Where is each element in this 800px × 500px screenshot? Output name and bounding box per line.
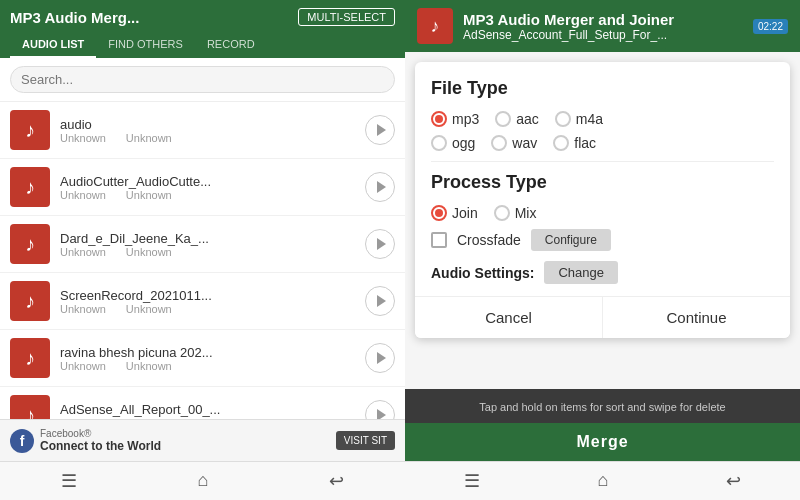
- process-type-options: Join Mix: [431, 205, 774, 221]
- audio-name: ravina bhesh picuna 202...: [60, 345, 280, 360]
- file-type-options: mp3 aac m4a: [431, 111, 774, 127]
- audio-icon: ♪: [10, 110, 50, 150]
- ad-info: Facebook® Connect to the World: [40, 428, 161, 453]
- radio-m4a[interactable]: m4a: [555, 111, 603, 127]
- play-button[interactable]: [365, 286, 395, 316]
- hint-text: Tap and hold on items for sort and swipe…: [479, 401, 725, 413]
- tab-record[interactable]: RECORD: [195, 32, 267, 58]
- radio-mix[interactable]: Mix: [494, 205, 537, 221]
- audio-info: ScreenRecord_2021011... Unknown Unknown: [60, 288, 355, 315]
- radio-circle-ogg: [431, 135, 447, 151]
- audio-info: AudioCutter_AudioCutte... Unknown Unknow…: [60, 174, 355, 201]
- play-triangle-icon: [377, 181, 386, 193]
- right-bottom: Tap and hold on items for sort and swipe…: [405, 348, 800, 500]
- audio-meta: Unknown Unknown: [60, 132, 355, 144]
- crossfade-checkbox[interactable]: [431, 232, 447, 248]
- continue-button[interactable]: Continue: [603, 297, 790, 338]
- dialog-buttons: Cancel Continue: [415, 296, 790, 338]
- multi-select-button[interactable]: MULTI-SELECT: [298, 8, 395, 26]
- audio-name: audio: [60, 117, 280, 132]
- home-icon[interactable]: ⌂: [598, 470, 609, 492]
- radio-ogg[interactable]: ogg: [431, 135, 475, 151]
- radio-join[interactable]: Join: [431, 205, 478, 221]
- radio-label-m4a: m4a: [576, 111, 603, 127]
- audio-list: ♪ audio Unknown Unknown ♪ AudioCutter_Au…: [0, 102, 405, 419]
- radio-label-flac: flac: [574, 135, 596, 151]
- crossfade-row: Crossfade Configure: [431, 229, 774, 251]
- right-nav-bar: ☰ ⌂ ↩: [405, 461, 800, 500]
- visit-site-button[interactable]: VISIT SIT: [336, 431, 395, 450]
- radio-circle-mix: [494, 205, 510, 221]
- play-triangle-icon: [377, 352, 386, 364]
- radio-aac[interactable]: aac: [495, 111, 539, 127]
- list-item: ♪ AdSense_All_Report_00_... Unknown Unkn…: [0, 387, 405, 419]
- home-icon[interactable]: ⌂: [198, 470, 209, 492]
- list-item: ♪ Dard_e_Dil_Jeene_Ka_... Unknown Unknow…: [0, 216, 405, 273]
- radio-circle-m4a: [555, 111, 571, 127]
- music-note-icon: ♪: [25, 233, 35, 256]
- crossfade-label: Crossfade: [457, 232, 521, 248]
- right-header: ♪ MP3 Audio Merger and Joiner AdSense_Ac…: [405, 0, 800, 52]
- file-type-options-row2: ogg wav flac: [431, 135, 774, 151]
- radio-circle-mp3: [431, 111, 447, 127]
- audio-meta: Unknown Unknown: [60, 303, 355, 315]
- tab-find-others[interactable]: FIND OTHERS: [96, 32, 195, 58]
- audio-meta: Unknown Unknown: [60, 246, 355, 258]
- radio-mp3[interactable]: mp3: [431, 111, 479, 127]
- back-icon[interactable]: ↩: [329, 470, 344, 492]
- music-note-icon: ♪: [25, 119, 35, 142]
- tabs: AUDIO LIST FIND OTHERS RECORD: [10, 32, 395, 58]
- left-header-top: MP3 Audio Merg... MULTI-SELECT: [10, 8, 395, 26]
- radio-label-wav: wav: [512, 135, 537, 151]
- list-item: ♪ ScreenRecord_2021011... Unknown Unknow…: [0, 273, 405, 330]
- tab-audio-list[interactable]: AUDIO LIST: [10, 32, 96, 58]
- radio-circle-flac: [553, 135, 569, 151]
- play-button[interactable]: [365, 400, 395, 419]
- current-track-name: AdSense_Account_Full_Setup_For_...: [463, 28, 743, 42]
- change-button[interactable]: Change: [544, 261, 618, 284]
- radio-label-ogg: ogg: [452, 135, 475, 151]
- right-title-area: MP3 Audio Merger and Joiner AdSense_Acco…: [463, 11, 743, 42]
- back-icon[interactable]: ↩: [726, 470, 741, 492]
- menu-icon[interactable]: ☰: [61, 470, 77, 492]
- play-triangle-icon: [377, 124, 386, 136]
- music-note-icon: ♪: [25, 404, 35, 420]
- music-note-icon: ♪: [25, 176, 35, 199]
- menu-icon[interactable]: ☰: [464, 470, 480, 492]
- merge-label: Merge: [576, 433, 628, 450]
- music-note-icon: ♪: [431, 16, 440, 37]
- audio-info: audio Unknown Unknown: [60, 117, 355, 144]
- radio-flac[interactable]: flac: [553, 135, 596, 151]
- cancel-button[interactable]: Cancel: [415, 297, 603, 338]
- merge-bar[interactable]: Merge: [405, 423, 800, 461]
- right-title: MP3 Audio Merger and Joiner: [463, 11, 743, 28]
- current-track-icon: ♪: [417, 8, 453, 44]
- ad-banner: f Facebook® Connect to the World VISIT S…: [0, 419, 405, 461]
- play-button[interactable]: [365, 343, 395, 373]
- left-nav-bar: ☰ ⌂ ↩: [0, 461, 405, 500]
- search-input[interactable]: [10, 66, 395, 93]
- audio-info: Dard_e_Dil_Jeene_Ka_... Unknown Unknown: [60, 231, 355, 258]
- play-triangle-icon: [377, 295, 386, 307]
- audio-icon: ♪: [10, 395, 50, 419]
- play-button[interactable]: [365, 172, 395, 202]
- list-item: ♪ AudioCutter_AudioCutte... Unknown Unkn…: [0, 159, 405, 216]
- track-time-badge: 02:22: [753, 19, 788, 34]
- play-button[interactable]: [365, 229, 395, 259]
- audio-name: ScreenRecord_2021011...: [60, 288, 280, 303]
- list-item: ♪ ravina bhesh picuna 202... Unknown Unk…: [0, 330, 405, 387]
- audio-icon: ♪: [10, 167, 50, 207]
- file-type-dialog: File Type mp3 aac m4a ogg: [415, 62, 790, 338]
- radio-inner-join: [435, 209, 443, 217]
- radio-label-mp3: mp3: [452, 111, 479, 127]
- audio-name: Dard_e_Dil_Jeene_Ka_...: [60, 231, 280, 246]
- radio-wav[interactable]: wav: [491, 135, 537, 151]
- play-button[interactable]: [365, 115, 395, 145]
- divider: [431, 161, 774, 162]
- facebook-icon: f: [10, 429, 34, 453]
- audio-settings-row: Audio Settings: Change: [431, 261, 774, 284]
- audio-settings-label: Audio Settings:: [431, 265, 534, 281]
- ad-fb-label: Facebook®: [40, 428, 161, 439]
- configure-button[interactable]: Configure: [531, 229, 611, 251]
- ad-title: Connect to the World: [40, 439, 161, 453]
